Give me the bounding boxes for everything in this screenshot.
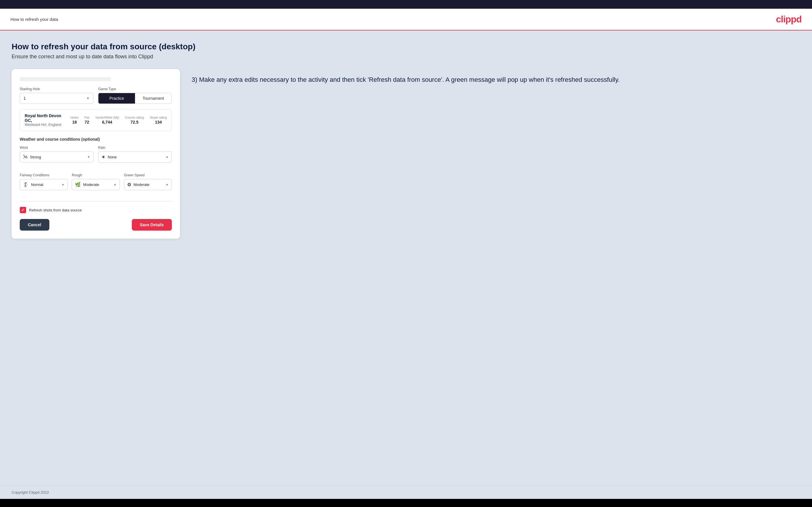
app-title: How to refresh your data [10,17,58,22]
fairway-icon: 🏌 [23,182,29,187]
par-value: 72 [85,120,89,124]
rough-icon: 🌿 [75,182,81,187]
green-speed-label: Green Speed [124,173,172,177]
fairway-rough-green-row: Fairway Conditions 🏌 Normal ▼ Rough 🌿 Mo… [20,173,172,195]
rain-chevron-icon: ▼ [165,156,169,159]
fairway-value: Normal [31,182,59,187]
course-location: Westward Ho!, England [25,123,67,127]
wind-icon: 🌬 [23,154,28,160]
refresh-checkbox-row: ✓ Refresh shots from data source [20,207,172,213]
rough-chevron-icon: ▼ [113,183,117,186]
course-rating-value: 72.5 [125,120,144,124]
holes-label: Holes [70,116,79,119]
course-info: Royal North Devon GC, Westward Ho!, Engl… [25,113,67,127]
wind-label: Wind [20,146,94,150]
copyright-text: Copyright Clippd 2022 [12,490,49,495]
holes-stat: Holes 18 [70,116,79,124]
course-stats: Holes 18 Par 72 Yards/White (M)) 6,744 C… [70,116,167,124]
tournament-btn[interactable]: Tournament [135,93,171,104]
check-icon: ✓ [21,208,25,212]
divider [20,201,172,202]
page-footer: Copyright Clippd 2022 [0,485,812,499]
rain-value: None [108,155,163,159]
clippd-logo: clippd [776,14,802,25]
rain-icon: ☀ [101,154,105,160]
page-subheading: Ensure the correct and most up to date d… [12,54,800,60]
slope-rating-stat: Slope rating 134 [150,116,167,124]
rough-label: Rough [72,173,119,177]
refresh-checkbox-label: Refresh shots from data source [29,208,82,212]
main-content: How to refresh your data from source (de… [0,31,812,485]
slope-rating-value: 134 [150,120,167,124]
course-rating-stat: Course rating 72.5 [125,116,144,124]
wind-group: Wind 🌬 Strong ▼ [20,146,94,163]
rough-select[interactable]: 🌿 Moderate ▼ [72,179,119,190]
par-label: Par [85,116,89,119]
rough-value: Moderate [83,182,111,187]
save-details-button[interactable]: Save Details [132,219,172,231]
green-speed-group: Green Speed ⚙ Moderate ▼ [124,173,172,190]
rain-select[interactable]: ☀ None ▼ [98,152,172,163]
rough-group: Rough 🌿 Moderate ▼ [72,173,119,190]
conditions-section-title: Weather and course conditions (optional) [20,137,172,142]
wind-chevron-icon: ▼ [87,155,90,159]
par-stat: Par 72 [85,116,89,124]
top-fields-row: Starting Hole 1 ▼ Game Type Practice Tou… [20,87,172,109]
yards-value: 6,744 [95,120,119,124]
game-type-label: Game Type [98,87,172,91]
course-row: Royal North Devon GC, Westward Ho!, Engl… [20,109,172,131]
fairway-select[interactable]: 🏌 Normal ▼ [20,179,68,190]
starting-hole-value: 1 [23,96,86,101]
game-type-group: Game Type Practice Tournament [98,87,172,104]
fairway-group: Fairway Conditions 🏌 Normal ▼ [20,173,68,190]
bottom-bar [0,499,812,507]
starting-hole-select[interactable]: 1 ▼ [20,93,94,104]
holes-value: 18 [70,120,79,124]
starting-hole-group: Starting Hole 1 ▼ [20,87,94,104]
green-speed-select[interactable]: ⚙ Moderate ▼ [124,179,172,190]
action-row: Cancel Save Details [20,219,172,231]
course-rating-label: Course rating [125,116,144,119]
edit-card: Starting Hole 1 ▼ Game Type Practice Tou… [12,69,180,239]
card-stub [20,77,111,81]
top-bar [0,0,812,9]
side-instruction-text: 3) Make any extra edits necessary to the… [192,75,800,84]
app-header: How to refresh your data clippd [0,9,812,31]
green-speed-chevron-icon: ▼ [165,183,169,186]
wind-value: Strong [30,155,85,159]
slope-rating-label: Slope rating [150,116,167,119]
refresh-checkbox[interactable]: ✓ [20,207,26,213]
content-row: Starting Hole 1 ▼ Game Type Practice Tou… [12,69,800,480]
rain-group: Rain ☀ None ▼ [98,146,172,163]
course-name: Royal North Devon GC, [25,113,67,123]
page-heading: How to refresh your data from source (de… [12,42,800,51]
side-instruction-panel: 3) Make any extra edits necessary to the… [192,69,800,84]
starting-hole-label: Starting Hole [20,87,94,91]
rain-label: Rain [98,146,172,150]
game-type-buttons: Practice Tournament [98,93,172,104]
wind-rain-row: Wind 🌬 Strong ▼ Rain ☀ None ▼ [20,146,172,168]
yards-stat: Yards/White (M)) 6,744 [95,116,119,124]
wind-select[interactable]: 🌬 Strong ▼ [20,152,94,162]
starting-hole-chevron-icon: ▼ [86,96,90,100]
fairway-label: Fairway Conditions [20,173,68,177]
cancel-button[interactable]: Cancel [20,219,49,231]
practice-btn[interactable]: Practice [98,93,135,104]
fairway-chevron-icon: ▼ [61,183,64,186]
green-speed-icon: ⚙ [127,182,131,187]
yards-label: Yards/White (M)) [95,116,119,119]
green-speed-value: Moderate [134,182,163,187]
